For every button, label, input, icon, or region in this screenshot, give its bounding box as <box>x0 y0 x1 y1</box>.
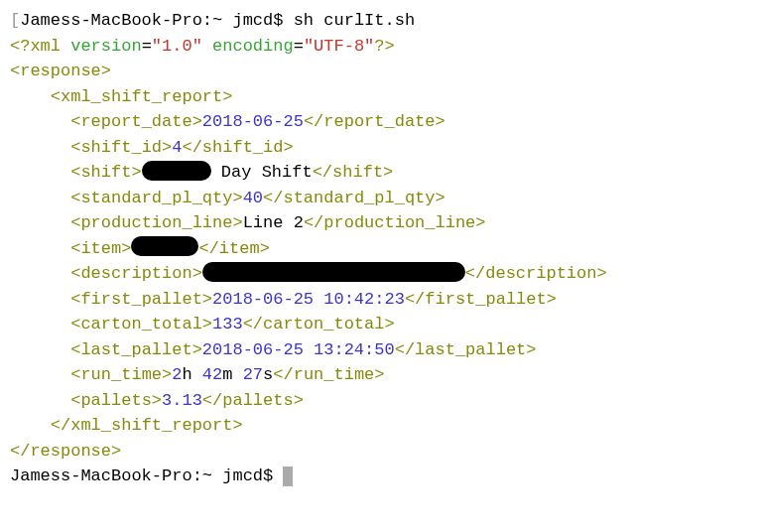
tag-last-pallet-close: </last_pallet> <box>395 340 537 359</box>
description-line: <description></description> <box>10 261 752 287</box>
xml-declaration: <?xml version="1.0" encoding="UTF-8"?> <box>10 34 752 60</box>
redaction-icon <box>131 236 198 256</box>
run-time-h: 2 <box>172 365 182 384</box>
tag-run-time-close: </run_time> <box>273 365 384 384</box>
response-open: <response> <box>10 59 752 84</box>
carton-total-value: 133 <box>212 315 243 333</box>
run-time-h-unit: h <box>182 365 201 384</box>
tag-shift-id-close: </shift_id> <box>182 138 293 157</box>
tag-run-time-open: <run_time> <box>70 365 172 384</box>
prompt-user: jmcd$ <box>222 466 273 485</box>
prompt-host: Jamess-MacBook-Pro:~ <box>20 11 222 30</box>
xml-pi-close: ?> <box>374 37 394 56</box>
command-text: sh curlIt.sh <box>294 11 415 30</box>
tag-pallets-close: </pallets> <box>202 391 304 410</box>
report-date-line: <report_date>2018-06-25</report_date> <box>10 109 752 135</box>
tag-item-open: <item> <box>70 239 131 258</box>
tag-last-pallet-open: <last_pallet> <box>70 340 202 359</box>
xml-shift-report-close: </xml_shift_report> <box>10 413 752 439</box>
prompt-line-2[interactable]: Jamess-MacBook-Pro:~ jmcd$ <box>10 464 752 489</box>
tag-report-date-close: </report_date> <box>304 112 445 131</box>
run-time-m: 42 <box>202 365 222 384</box>
attr-encoding-val: "UTF-8" <box>304 37 374 56</box>
redaction-icon <box>142 161 211 181</box>
tag-first-pallet-open: <first_pallet> <box>70 290 212 309</box>
tag-shift-id-open: <shift_id> <box>70 138 172 157</box>
cursor-icon <box>283 466 293 486</box>
tag-shift-open: <shift> <box>70 163 141 182</box>
pallets-value: 3.13 <box>162 391 202 410</box>
xml-shift-report-open: <xml_shift_report> <box>10 84 752 110</box>
prompt-host: Jamess-MacBook-Pro:~ <box>10 466 212 485</box>
run-time-s-unit: s <box>263 365 273 384</box>
tag-description-close: </description> <box>465 264 607 283</box>
item-line: <item></item> <box>10 236 752 262</box>
tag-response-open: <response> <box>10 62 111 80</box>
tag-prod-line-close: </production_line> <box>304 213 486 232</box>
response-close: </response> <box>10 439 752 465</box>
run-time-s: 27 <box>243 365 263 384</box>
redaction-icon <box>202 262 465 282</box>
tag-std-qty-close: </standard_pl_qty> <box>263 189 445 207</box>
tag-response-close: </response> <box>10 442 121 461</box>
prompt-user: jmcd$ <box>232 11 283 30</box>
shift-id-line: <shift_id>4</shift_id> <box>10 135 752 161</box>
terminal-output: [Jamess-MacBook-Pro:~ jmcd$ sh curlIt.sh… <box>10 8 752 489</box>
tag-std-qty-open: <standard_pl_qty> <box>70 189 242 207</box>
first-pallet-line: <first_pallet>2018-06-25 10:42:23</first… <box>10 287 752 313</box>
attr-version-name: version <box>70 37 141 56</box>
tag-xsr-open: <xml_shift_report> <box>51 87 233 106</box>
attr-version-val: "1.0" <box>152 37 202 56</box>
prod-line-value: Line 2 <box>243 213 304 232</box>
tag-xsr-close: </xml_shift_report> <box>51 416 243 435</box>
carton-total-line: <carton_total>133</carton_total> <box>10 312 752 337</box>
bracket-icon: [ <box>10 11 20 30</box>
first-pallet-value: 2018-06-25 10:42:23 <box>212 290 405 309</box>
tag-first-pallet-close: </first_pallet> <box>405 290 557 309</box>
tag-shift-close: </shift> <box>313 163 394 182</box>
tag-item-close: </item> <box>198 239 269 258</box>
shift-id-value: 4 <box>172 138 182 157</box>
attr-encoding-name: encoding <box>202 37 294 56</box>
tag-prod-line-open: <production_line> <box>70 213 242 232</box>
report-date-value: 2018-06-25 <box>202 112 304 131</box>
standard-pl-qty-line: <standard_pl_qty>40</standard_pl_qty> <box>10 186 752 211</box>
production-line-line: <production_line>Line 2</production_line… <box>10 210 752 236</box>
pallets-line: <pallets>3.13</pallets> <box>10 388 752 414</box>
run-time-line: <run_time>2h 42m 27s</run_time> <box>10 362 752 388</box>
tag-report-date-open: <report_date> <box>70 112 202 131</box>
prompt-line-1[interactable]: [Jamess-MacBook-Pro:~ jmcd$ sh curlIt.sh <box>10 8 752 34</box>
last-pallet-line: <last_pallet>2018-06-25 13:24:50</last_p… <box>10 337 752 363</box>
tag-carton-total-open: <carton_total> <box>70 315 212 333</box>
shift-line: <shift> Day Shift</shift> <box>10 160 752 186</box>
tag-pallets-open: <pallets> <box>70 391 162 410</box>
xml-pi-open: <?xml <box>10 37 70 56</box>
std-qty-value: 40 <box>243 189 263 207</box>
tag-description-open: <description> <box>70 264 202 283</box>
run-time-m-unit: m <box>222 365 242 384</box>
last-pallet-value: 2018-06-25 13:24:50 <box>202 340 395 359</box>
shift-value: Day Shift <box>211 163 313 182</box>
tag-carton-total-close: </carton_total> <box>243 315 395 333</box>
